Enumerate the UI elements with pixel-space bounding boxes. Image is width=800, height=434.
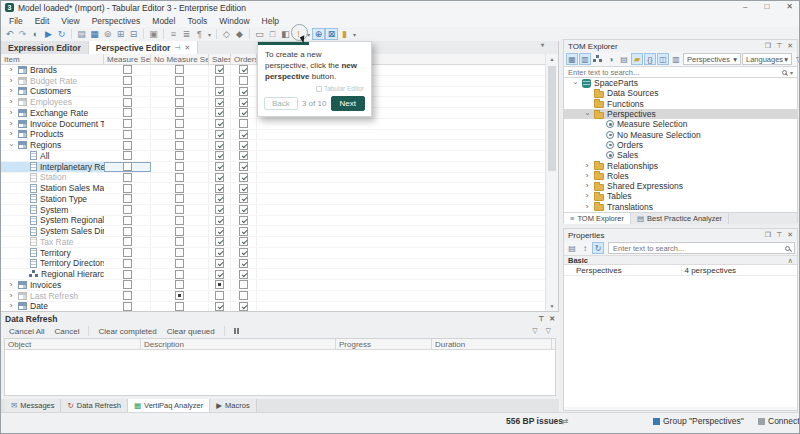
perspective-checkbox-sales[interactable] (215, 119, 224, 128)
perspective-checkbox-no-measure-selection[interactable] (175, 227, 184, 236)
expander-icon[interactable]: › (7, 98, 15, 106)
new-measure-button[interactable]: ▤ (75, 28, 88, 40)
perspective-checkbox-sales[interactable] (215, 227, 224, 236)
alphabetical-view-button[interactable]: ↕ (579, 242, 591, 254)
perspective-checkbox-orders[interactable] (239, 173, 248, 182)
languages-dropdown[interactable]: Languages▾ (742, 53, 792, 65)
menu-edit[interactable]: Edit (29, 15, 56, 27)
tab-data-refresh[interactable]: ↻Data Refresh (61, 399, 127, 412)
show-tables-toggle[interactable]: ▦ (566, 53, 578, 65)
cancel-button[interactable]: Cancel (51, 327, 84, 336)
tab-close-icon[interactable]: ✕ (185, 44, 191, 52)
expander-icon[interactable]: › (7, 292, 15, 300)
cancel-all-button[interactable]: Cancel All (5, 327, 49, 336)
search-options-icon[interactable]: ▾ (790, 69, 793, 76)
column-chooser-toggle[interactable]: ▥ (670, 53, 682, 65)
perspective-checkbox-measure-selection[interactable] (123, 259, 132, 268)
perspective-checkbox-orders[interactable] (239, 119, 248, 128)
next-button[interactable]: Next (331, 96, 365, 111)
table-row[interactable]: ›Invoices (1, 280, 545, 291)
perspective-checkbox-orders[interactable] (239, 216, 248, 225)
perspective-checkbox-orders[interactable] (239, 259, 248, 268)
new-table-button[interactable]: ⊟ (127, 28, 140, 40)
table-row[interactable]: ›Invoice Document Type (1, 119, 545, 130)
menu-window[interactable]: Window (213, 15, 255, 27)
perspective-checkbox-measure-selection[interactable] (123, 119, 132, 128)
perspective-checkbox-no-measure-selection[interactable] (175, 130, 184, 139)
perspective-checkbox-orders[interactable] (239, 87, 248, 96)
expander-icon[interactable]: › (7, 77, 15, 85)
perspective-checkbox-sales[interactable] (215, 162, 224, 171)
panel-maximize-icon[interactable]: ❐ (765, 231, 771, 239)
categorized-view-button[interactable]: ▤ (566, 242, 578, 254)
perspective-checkbox-orders[interactable] (239, 291, 248, 300)
scroll-up-icon[interactable]: ▲ (546, 54, 558, 64)
dax-query-button[interactable]: ◧ (279, 28, 292, 40)
expander-icon[interactable]: › (583, 110, 591, 118)
copy-button[interactable]: ▣ (147, 28, 160, 40)
perspective-checkbox-sales[interactable] (215, 216, 224, 225)
format-dax-button[interactable]: ≡ (167, 28, 180, 40)
perspective-checkbox-sales[interactable] (215, 291, 224, 300)
perspective-checkbox-no-measure-selection[interactable] (175, 194, 184, 203)
filter-icon[interactable]: ▽ (793, 53, 800, 65)
format-options-dropdown-icon[interactable]: ▾ (208, 31, 211, 38)
expander-icon[interactable]: › (7, 120, 15, 128)
perspective-checkbox-orders[interactable] (239, 237, 248, 246)
perspective-checkbox-no-measure-selection[interactable] (175, 98, 184, 107)
perspective-checkbox-measure-selection[interactable] (123, 270, 132, 279)
table-row[interactable]: Regional Hierarchy (1, 269, 545, 280)
perspective-checkbox-orders[interactable] (239, 227, 248, 236)
expander-icon[interactable]: › (571, 79, 579, 87)
show-hierarchies-toggle[interactable] (592, 53, 604, 65)
expander-icon[interactable]: › (583, 172, 591, 180)
table-row[interactable]: Territory (1, 248, 545, 259)
perspective-checkbox-sales[interactable] (215, 237, 224, 246)
maximize-button[interactable]: □ (764, 2, 769, 11)
perspective-checkbox-measure-selection[interactable] (123, 280, 132, 289)
perspective-checkbox-no-measure-selection[interactable] (175, 76, 184, 85)
property-row[interactable]: Perspectives4 perspectives (564, 265, 797, 276)
perspective-checkbox-sales[interactable] (215, 259, 224, 268)
perspective-checkbox-no-measure-selection[interactable] (175, 270, 184, 279)
perspective-checkbox-no-measure-selection[interactable] (175, 248, 184, 257)
expander-icon[interactable]: › (7, 87, 15, 95)
perspective-checkbox-sales[interactable] (215, 302, 224, 311)
bp-issues-status[interactable]: 556 BP issues (506, 416, 563, 426)
property-value[interactable]: 4 perspectives (681, 266, 798, 275)
compare-model-button[interactable]: ◐ (29, 28, 42, 40)
properties-search-input[interactable] (613, 244, 782, 253)
perspective-checkbox-sales[interactable] (215, 151, 224, 160)
perspective-checkbox-no-measure-selection[interactable] (175, 302, 184, 311)
tree-item-functions[interactable]: Functions (564, 99, 797, 109)
table-row[interactable]: Tax Rate (1, 237, 545, 248)
table-row[interactable]: System (1, 205, 545, 216)
perspective-checkbox-measure-selection[interactable] (123, 237, 132, 246)
new-calculation-group-button[interactable]: ⊚ (101, 28, 114, 40)
group-collapse-icon[interactable]: ∧ (788, 256, 794, 265)
import-tables-button[interactable]: ◆ (233, 28, 246, 40)
refresh-properties-button[interactable]: ↻ (592, 242, 604, 254)
tree-item-roles[interactable]: ›Roles (564, 171, 797, 181)
tom-search-input[interactable] (568, 68, 779, 77)
table-row[interactable]: System Sales Directors (1, 226, 545, 237)
column-header-measure-selection[interactable]: Measure Selection (104, 54, 151, 64)
panel-close-icon[interactable]: ✕ (787, 42, 793, 50)
perspective-checkbox-measure-selection[interactable] (123, 216, 132, 225)
perspective-checkbox-measure-selection[interactable] (123, 76, 132, 85)
filter-icon[interactable]: ▽ (546, 327, 551, 335)
redo-button[interactable]: ↷ (16, 28, 29, 40)
new-translation-button[interactable]: ⊠ (325, 28, 338, 40)
column-header-orders[interactable]: Orders (231, 54, 257, 64)
show-perspectives-toggle[interactable]: ◫ (657, 53, 669, 65)
job-queue-button[interactable]: ◇ (220, 28, 233, 40)
panel-maximize-icon[interactable]: ❐ (765, 42, 771, 50)
perspective-checkbox-measure-selection[interactable] (123, 130, 132, 139)
show-measures-toggle[interactable]: ◑ (605, 53, 617, 65)
show-expressions-toggle[interactable]: {} (644, 53, 656, 65)
perspective-checkbox-orders[interactable] (239, 151, 248, 160)
perspective-checkbox-orders[interactable] (239, 205, 248, 214)
add-column-button[interactable]: ⊞ (114, 28, 127, 40)
tree-item-relationships[interactable]: ›Relationships (564, 160, 797, 170)
perspective-checkbox-sales[interactable] (215, 65, 224, 74)
